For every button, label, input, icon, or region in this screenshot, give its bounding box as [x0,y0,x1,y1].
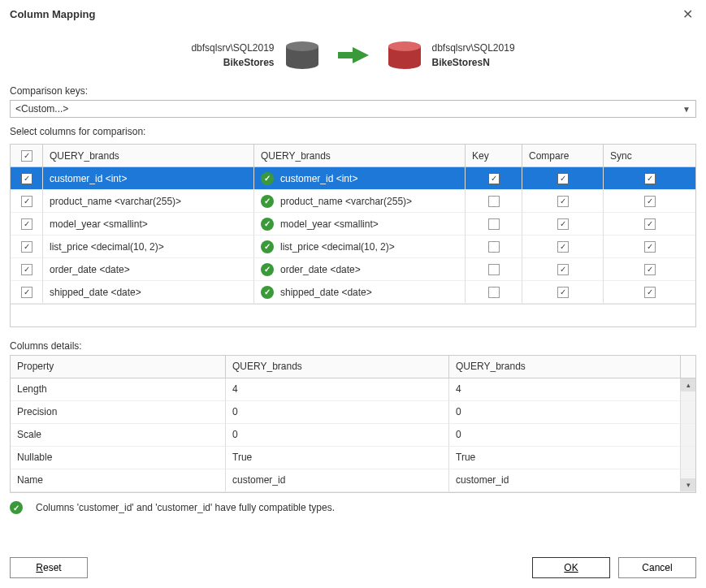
details-right-value: 4 [449,378,681,401]
row-left-column: order_date <date> [43,258,254,281]
scroll-up-icon[interactable]: ▴ [681,378,695,391]
details-row: Precision00 [11,401,695,424]
row-checkbox[interactable] [11,213,43,236]
details-right-value: customer_id [449,469,681,492]
row-sync-checkbox[interactable] [604,190,695,213]
details-scroll-header [681,356,695,378]
comparison-keys-label: Comparison keys: [10,85,696,97]
table-row[interactable]: product_name <varchar(255)>✓product_name… [11,190,695,213]
table-row[interactable]: shipped_date <date>✓shipped_date <date> [11,281,695,304]
table-row[interactable]: list_price <decimal(10, 2)>✓list_price <… [11,236,695,258]
row-sync-checkbox[interactable] [604,213,695,236]
details-header-property[interactable]: Property [11,356,226,378]
details-right-value: 0 [449,424,681,447]
row-key-checkbox[interactable] [466,258,522,281]
row-right-column: ✓shipped_date <date> [254,281,466,304]
row-compare-checkbox[interactable] [522,190,604,213]
details-property: Length [11,378,226,401]
row-compare-checkbox[interactable] [522,213,604,236]
row-sync-checkbox[interactable] [604,281,695,304]
chevron-down-icon: ▼ [682,105,691,114]
details-right-value: 0 [449,401,681,424]
source-database: dbfsqlsrv\SQL2019 BikeStores [191,41,318,69]
scrollbar-track[interactable]: ▾ [681,469,695,492]
details-table: Property QUERY_brands QUERY_brands Lengt… [10,355,696,493]
row-sync-checkbox[interactable] [604,236,695,258]
details-row: Length44▴ [11,378,695,401]
row-key-checkbox[interactable] [466,281,522,304]
row-right-column: ✓order_date <date> [254,258,466,281]
row-checkbox[interactable] [11,236,43,258]
header-check-all[interactable] [11,145,43,167]
row-checkbox[interactable] [11,258,43,281]
status-message: Columns 'customer_id' and 'customer_id' … [36,502,335,513]
check-circle-icon: ✓ [261,218,274,231]
details-left-value: customer_id [226,469,449,492]
check-circle-icon: ✓ [261,286,274,299]
scrollbar-track[interactable] [681,424,695,447]
column-mapping-dialog: Column Mapping ✕ dbfsqlsrv\SQL2019 BikeS… [0,0,706,588]
row-key-checkbox[interactable] [466,236,522,258]
header-left[interactable]: QUERY_brands [43,145,254,167]
table-row[interactable]: customer_id <int>✓customer_id <int> [11,167,695,190]
target-db-label: BikeStoresN [432,57,515,68]
scrollbar-track[interactable] [681,401,695,424]
row-key-checkbox[interactable] [466,213,522,236]
scrollbar-track[interactable] [681,447,695,469]
columns-table: QUERY_brands QUERY_brands Key Compare Sy… [10,144,696,327]
header-sync[interactable]: Sync [604,145,695,167]
details-row: Scale00 [11,424,695,447]
reset-button[interactable]: Reset [10,557,88,578]
dialog-title: Column Mapping [10,8,95,20]
row-sync-checkbox[interactable] [604,258,695,281]
ok-button[interactable]: OK [532,557,610,578]
row-sync-checkbox[interactable] [604,167,695,190]
details-header-left[interactable]: QUERY_brands [226,356,449,378]
database-icon [286,41,318,69]
row-key-checkbox[interactable] [466,167,522,190]
details-property: Nullable [11,447,226,469]
table-row[interactable]: order_date <date>✓order_date <date> [11,258,695,281]
comparison-keys-combo[interactable]: <Custom...> ▼ [10,100,696,118]
header-key[interactable]: Key [466,145,522,167]
check-circle-icon: ✓ [261,195,274,208]
columns-table-header: QUERY_brands QUERY_brands Key Compare Sy… [11,145,695,167]
check-circle-icon: ✓ [261,240,274,253]
row-compare-checkbox[interactable] [522,167,604,190]
table-row[interactable]: model_year <smallint>✓model_year <smalli… [11,213,695,236]
details-right-value: True [449,447,681,469]
row-compare-checkbox[interactable] [522,258,604,281]
row-checkbox[interactable] [11,167,43,190]
details-left-value: 0 [226,424,449,447]
details-property: Precision [11,401,226,424]
scroll-down-icon[interactable]: ▾ [681,478,695,491]
columns-table-footer [11,304,695,326]
header-right[interactable]: QUERY_brands [254,145,466,167]
status-line: ✓ Columns 'customer_id' and 'customer_id… [10,501,696,514]
select-columns-label: Select columns for comparison: [10,126,696,137]
row-right-column: ✓list_price <decimal(10, 2)> [254,236,466,258]
row-checkbox[interactable] [11,190,43,213]
check-circle-icon: ✓ [261,172,274,185]
row-left-column: model_year <smallint> [43,213,254,236]
cancel-button[interactable]: Cancel [618,557,696,578]
svg-marker-0 [338,47,369,63]
row-compare-checkbox[interactable] [522,281,604,304]
source-server-label: dbfsqlsrv\SQL2019 [191,42,274,54]
row-right-column: ✓model_year <smallint> [254,213,466,236]
row-compare-checkbox[interactable] [522,236,604,258]
details-row: Namecustomer_idcustomer_id▾ [11,469,695,492]
details-property: Name [11,469,226,492]
details-table-header: Property QUERY_brands QUERY_brands [11,356,695,378]
scrollbar-track[interactable]: ▴ [681,378,695,401]
header-compare[interactable]: Compare [522,145,604,167]
database-banner: dbfsqlsrv\SQL2019 BikeStores dbfsqlsrv\S… [10,27,696,80]
row-key-checkbox[interactable] [466,190,522,213]
row-checkbox[interactable] [11,281,43,304]
row-left-column: customer_id <int> [43,167,254,190]
row-right-column: ✓customer_id <int> [254,167,466,190]
close-icon[interactable]: ✕ [679,6,696,22]
source-db-label: BikeStores [191,57,274,68]
details-header-right[interactable]: QUERY_brands [449,356,681,378]
check-circle-icon: ✓ [10,501,23,514]
